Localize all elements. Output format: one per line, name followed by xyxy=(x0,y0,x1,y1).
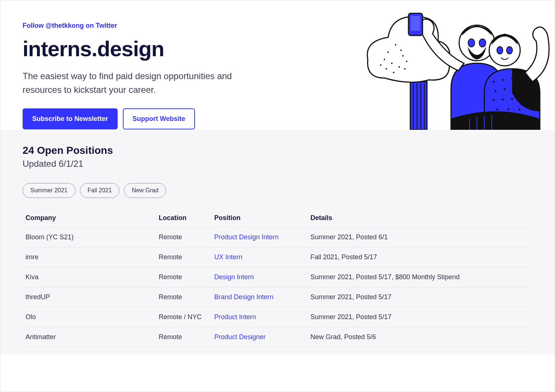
svg-point-5 xyxy=(387,51,389,53)
cell-location: Remote xyxy=(156,287,211,307)
cell-company: Bloom (YC S21) xyxy=(23,227,156,247)
col-header-details: Details xyxy=(307,209,532,227)
svg-point-34 xyxy=(511,98,513,100)
svg-point-21 xyxy=(479,39,486,47)
svg-point-38 xyxy=(508,109,509,111)
subscribe-newsletter-button[interactable]: Subscribe to Newsletter xyxy=(23,108,118,129)
svg-point-8 xyxy=(391,62,393,64)
filter-summer-2021[interactable]: Summer 2021 xyxy=(23,183,75,198)
svg-point-16 xyxy=(404,68,406,70)
svg-point-14 xyxy=(400,50,402,51)
cell-company: Olo xyxy=(23,307,156,327)
position-link[interactable]: UX Intern xyxy=(214,253,242,261)
cell-position: Brand Design Intern xyxy=(211,287,307,307)
svg-point-41 xyxy=(497,47,503,54)
col-header-location: Location xyxy=(156,209,211,227)
positions-count: 24 Open Positions xyxy=(23,145,532,156)
cell-details: Summer 2021, Posted 5/17 xyxy=(307,287,532,307)
svg-point-7 xyxy=(402,55,404,57)
table-row: thredUPRemoteBrand Design InternSummer 2… xyxy=(23,287,532,307)
svg-point-12 xyxy=(386,68,387,70)
listings-section: 24 Open Positions Updated 6/1/21 Summer … xyxy=(0,130,555,355)
hero-section: Follow @thetkkong on Twitter interns.des… xyxy=(0,0,555,130)
filter-fall-2021[interactable]: Fall 2021 xyxy=(80,183,120,198)
col-header-company: Company xyxy=(23,209,156,227)
jobs-table: Company Location Position Details Bloom … xyxy=(23,209,532,347)
cell-company: Kiva xyxy=(23,267,156,287)
table-row: KivaRemoteDesign InternSummer 2021, Post… xyxy=(23,267,532,287)
svg-point-37 xyxy=(497,109,498,111)
page-root: Follow @thetkkong on Twitter interns.des… xyxy=(0,0,555,392)
svg-point-22 xyxy=(493,81,495,83)
position-link[interactable]: Product Designer xyxy=(214,333,266,341)
cell-position: UX Intern xyxy=(211,247,307,267)
twitter-follow-link[interactable]: Follow @thetkkong on Twitter xyxy=(23,22,117,30)
svg-point-39 xyxy=(519,109,521,111)
last-updated: Updated 6/1/21 xyxy=(23,159,532,169)
svg-point-27 xyxy=(495,90,497,92)
svg-point-15 xyxy=(380,64,381,66)
table-row: Bloom (YC S21)RemoteProduct Design Inter… xyxy=(23,227,532,247)
support-website-button[interactable]: Support Website xyxy=(123,108,195,129)
cell-location: Remote / NYC xyxy=(156,307,211,327)
people-illustration-icon xyxy=(366,8,551,130)
cell-location: Remote xyxy=(156,247,211,267)
table-row: OloRemote / NYCProduct InternSummer 2021… xyxy=(23,307,532,327)
filter-new-grad[interactable]: New Grad xyxy=(124,183,166,198)
svg-point-42 xyxy=(507,47,512,54)
cell-position: Product Design Intern xyxy=(211,227,307,247)
svg-point-6 xyxy=(395,44,396,45)
position-link[interactable]: Product Intern xyxy=(214,313,256,321)
svg-point-20 xyxy=(468,39,475,47)
svg-point-13 xyxy=(393,72,394,73)
cell-details: Summer 2021, Posted 5/17, $800 Monthly S… xyxy=(307,267,532,287)
table-row: imreRemoteUX InternFall 2021, Posted 5/1… xyxy=(23,247,532,267)
cell-details: Fall 2021, Posted 5/17 xyxy=(307,247,532,267)
svg-point-23 xyxy=(502,79,504,81)
table-header-row: Company Location Position Details xyxy=(23,209,532,227)
cell-details: Summer 2021, Posted 5/17 xyxy=(307,307,532,327)
filter-row: Summer 2021 Fall 2021 New Grad xyxy=(23,183,532,198)
cell-position: Product Designer xyxy=(211,327,307,347)
cell-company: Antimatter xyxy=(23,327,156,347)
hero-illustration xyxy=(366,8,551,130)
cell-company: thredUP xyxy=(23,287,156,307)
cell-position: Product Intern xyxy=(211,307,307,327)
cell-company: imre xyxy=(23,247,156,267)
svg-point-9 xyxy=(384,59,385,60)
cell-location: Remote xyxy=(156,267,211,287)
cell-details: New Grad, Posted 5/6 xyxy=(307,327,532,347)
svg-point-32 xyxy=(493,99,495,101)
position-link[interactable]: Brand Design Intern xyxy=(214,293,273,301)
svg-point-28 xyxy=(504,88,506,90)
cell-position: Design Intern xyxy=(211,267,307,287)
hero-subtitle: The easiest way to find paid design oppo… xyxy=(23,69,259,97)
svg-rect-18 xyxy=(411,16,420,31)
col-header-position: Position xyxy=(211,209,307,227)
table-row: AntimatterRemoteProduct DesignerNew Grad… xyxy=(23,327,532,347)
position-link[interactable]: Product Design Intern xyxy=(214,233,279,241)
position-link[interactable]: Design Intern xyxy=(214,273,254,281)
svg-point-33 xyxy=(502,99,504,101)
cell-details: Summer 2021, Posted 6/1 xyxy=(307,227,532,247)
cell-location: Remote xyxy=(156,227,211,247)
cell-location: Remote xyxy=(156,327,211,347)
svg-point-11 xyxy=(406,61,407,62)
svg-point-10 xyxy=(398,66,400,68)
